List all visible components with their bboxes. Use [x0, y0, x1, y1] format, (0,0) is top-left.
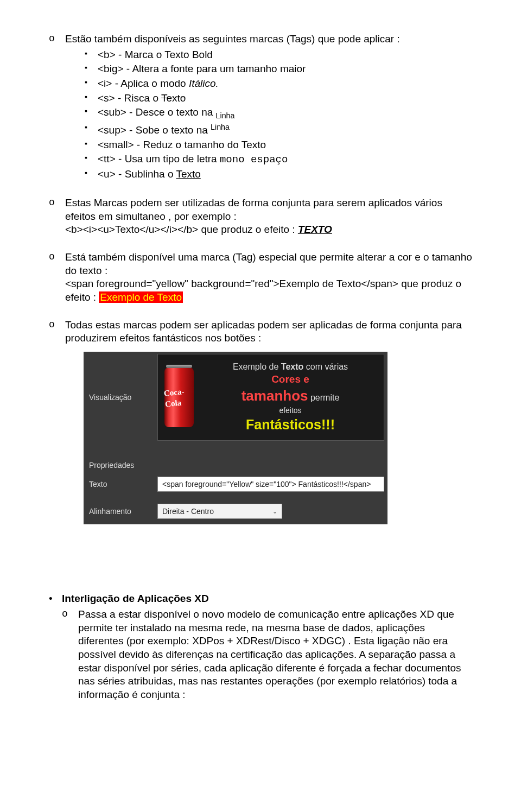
tag-item-b: ▪ <b> - Marca o Texto Bold [65, 48, 472, 62]
tag-desc: - Risca o [115, 92, 161, 104]
bullet-marker: ▪ [85, 168, 98, 181]
pv-1a: Exemplo de [233, 362, 281, 371]
tag-code: <sub> [98, 106, 126, 118]
tag-item-sup: ▪ <sup> - Sobe o texto na Linha [65, 122, 472, 137]
coke-label: Coca-Cola [163, 385, 195, 409]
chevron-down-icon: ⌄ [272, 507, 277, 515]
list-item-interligacao: o Passa a estar disponível o novo modelo… [62, 608, 472, 702]
bullet-marker: ▪ [85, 106, 98, 120]
tag-code: <b> [98, 49, 116, 60]
tag-desc: - Altera a fonte para um tamanho maior [124, 63, 306, 74]
text: Estão também disponíveis as seguintes ma… [65, 33, 400, 45]
effect-sample: Exemplo de Texto [99, 291, 183, 303]
preview-text: Exemplo de Texto com várias Cores e tama… [204, 361, 377, 434]
bullet-marker: • [49, 592, 62, 705]
pv-cores: Cores e [271, 373, 309, 385]
dropdown-value: Direita - Centro [162, 506, 214, 516]
sub-sample: Linha [216, 111, 235, 120]
tag-item-i: ▪ <i> - Aplica o modo Itálico. [65, 77, 472, 91]
tag-code: <i> [98, 78, 112, 89]
strike-sample: Texto [161, 92, 186, 104]
pv-permite: permite [308, 393, 340, 402]
bullet-marker: ▪ [85, 122, 98, 137]
tag-desc: - Aplica o modo [112, 78, 189, 89]
text: Todas estas marcas podem ser aplicadas p… [65, 319, 462, 344]
pv-fant: Fantásticos!!! [204, 416, 377, 434]
coke-can-image: Coca-Cola [164, 367, 194, 427]
texto-input-value: <span foreground="Yellow" size="100"> Fa… [162, 479, 371, 489]
under-sample: Texto [176, 168, 200, 180]
list-marker: o [49, 319, 65, 345]
list-marker: o [49, 251, 65, 304]
tag-item-small: ▪ <small> - Reduz o tamanho do Texto [65, 138, 472, 152]
pv-1c: com várias [303, 362, 348, 371]
tag-item-tt: ▪ <tt> - Usa um tipo de letra mono espaç… [65, 153, 472, 167]
tag-desc: - Sublinha o [116, 168, 176, 180]
texto-label: Texto [84, 474, 154, 494]
italic-sample: Itálico. [189, 78, 219, 89]
sup-sample: Linha [211, 123, 230, 131]
tag-item-u: ▪ <u> - Sublinha o Texto [65, 168, 472, 181]
tag-desc: - Usa um tipo de letra [116, 153, 220, 164]
texto-input[interactable]: <span foreground="Yellow" size="100"> Fa… [157, 477, 384, 492]
bullet-marker: ▪ [85, 48, 98, 62]
bullet-marker: ▪ [85, 77, 98, 91]
list-marker: o [49, 33, 65, 182]
code-sample: <b><i><u>Texto</u></i></b> que produz o … [65, 224, 298, 235]
tag-code: <tt> [98, 153, 116, 164]
list-item-todas: o Todas estas marcas podem ser aplicadas… [49, 319, 472, 345]
tag-code: <u> [98, 168, 116, 180]
pv-tam: tamanhos [242, 388, 308, 404]
effect-sample: TEXTO [298, 224, 332, 235]
prop-label: Propriedades [84, 456, 154, 474]
section-title: Interligação de Aplicações XD [62, 593, 209, 604]
pv-efeitos: efeitos [204, 405, 377, 416]
text: Está também disponível uma marca (Tag) e… [65, 251, 472, 276]
text: Estas Marcas podem ser utilizadas de for… [65, 197, 442, 222]
tag-desc: - Reduz o tamanho do Texto [134, 139, 266, 150]
text: Passa a estar disponível o novo modelo d… [78, 608, 461, 700]
mono-sample: mono espaço [220, 154, 288, 166]
preview-box: Coca-Cola Exemplo de Texto com várias Co… [157, 354, 384, 441]
list-marker: o [62, 608, 78, 702]
alinhamento-dropdown[interactable]: Direita - Centro ⌄ [157, 504, 282, 519]
vis-label: Visualização [84, 352, 154, 443]
bullet-marker: ▪ [85, 92, 98, 105]
embedded-screenshot: Visualização Coca-Cola Exemplo de Texto … [84, 352, 387, 524]
list-item-span: o Está também disponível uma marca (Tag)… [49, 251, 472, 304]
tag-item-big: ▪ <big> - Altera a fonte para um tamanho… [65, 62, 472, 76]
tag-desc: - Desce o texto na [126, 106, 216, 118]
bullet-marker: ▪ [85, 138, 98, 152]
bullet-marker: ▪ [85, 62, 98, 76]
tag-item-sub: ▪ <sub> - Desce o texto na Linha [65, 106, 472, 120]
list-item-conjunta: o Estas Marcas podem ser utilizadas de f… [49, 196, 472, 237]
tag-item-s: ▪ <s> - Risca o Texto [65, 92, 472, 105]
tag-desc: - Marca o Texto Bold [116, 49, 213, 60]
tag-desc: - Sobe o texto na [126, 124, 211, 136]
list-item-tags-intro: o Estão também disponíveis as seguintes … [49, 33, 472, 182]
tag-code: <big> [98, 63, 124, 74]
tag-code: <small> [98, 139, 134, 150]
alin-label: Alinhamento [84, 502, 154, 521]
pv-1b: Texto [281, 362, 303, 371]
interligacao-section: • Interligação de Aplicações XD o Passa … [49, 592, 472, 705]
bullet-marker: ▪ [85, 153, 98, 167]
list-marker: o [49, 196, 65, 237]
tag-code: <s> [98, 92, 115, 104]
tag-code: <sup> [98, 124, 126, 136]
